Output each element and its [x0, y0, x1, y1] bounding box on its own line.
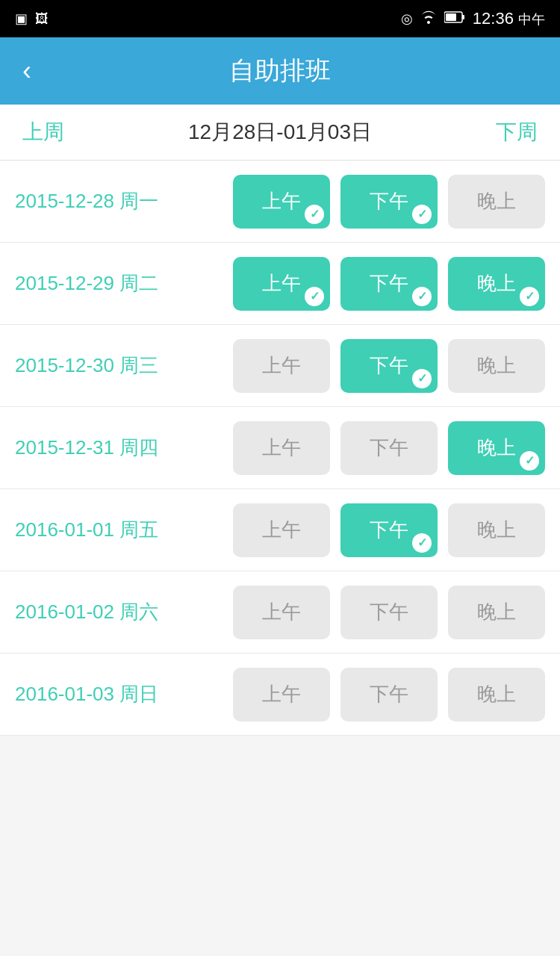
row-slots: 上午✓下午✓晚上✓ — [224, 257, 545, 311]
check-icon: ✓ — [520, 451, 539, 471]
slot-afternoon-button[interactable]: 下午✓ — [340, 503, 438, 557]
row-date-label: 2015-12-30 周三 — [15, 353, 224, 379]
wifi-icon — [420, 10, 437, 28]
slot-morning-button[interactable]: 上午 — [233, 339, 330, 393]
slot-afternoon-button[interactable]: 下午✓ — [340, 257, 438, 311]
row-date-label: 2015-12-29 周二 — [15, 270, 224, 297]
slot-afternoon-button[interactable]: 下午✓ — [340, 175, 438, 229]
app-header: ‹ 自助排班 — [0, 37, 560, 105]
slot-evening-button[interactable]: 晚上 — [448, 339, 545, 393]
slot-evening-button[interactable]: 晚上 — [448, 668, 545, 721]
check-icon: ✓ — [412, 205, 432, 224]
schedule-row: 2016-01-03 周日上午下午晚上 — [0, 654, 560, 736]
row-date-label: 2015-12-28 周一 — [15, 188, 224, 214]
slot-morning-button[interactable]: 上午 — [233, 421, 330, 475]
check-icon: ✓ — [305, 205, 324, 224]
check-icon: ✓ — [305, 287, 324, 306]
location-icon: ◎ — [401, 10, 413, 27]
status-left-icons: ▣ 🖼 — [15, 10, 49, 27]
slot-evening-button[interactable]: 晚上 — [448, 175, 545, 229]
row-slots: 上午下午✓晚上 — [224, 503, 545, 557]
schedule-row: 2015-12-30 周三上午下午✓晚上 — [0, 325, 560, 407]
slot-morning-button[interactable]: 上午 — [233, 503, 330, 557]
row-date-label: 2016-01-03 周日 — [15, 681, 224, 707]
row-date-label: 2015-12-31 周四 — [15, 435, 224, 461]
row-slots: 上午下午晚上 — [224, 668, 545, 721]
check-icon: ✓ — [520, 287, 539, 306]
check-icon: ✓ — [412, 287, 432, 306]
back-button[interactable]: ‹ — [15, 48, 39, 94]
check-icon: ✓ — [412, 533, 432, 553]
row-slots: 上午✓下午✓晚上 — [224, 175, 545, 229]
slot-evening-button[interactable]: 晚上 — [448, 503, 545, 557]
row-slots: 上午下午晚上 — [224, 586, 545, 639]
check-icon: ✓ — [412, 369, 432, 388]
battery-icon — [444, 11, 465, 27]
slot-morning-button[interactable]: 上午✓ — [233, 257, 330, 311]
schedule-row: 2016-01-01 周五上午下午✓晚上 — [0, 489, 560, 571]
slot-afternoon-button[interactable]: 下午 — [340, 668, 438, 721]
image-icon: 🖼 — [35, 11, 49, 27]
schedule-row: 2015-12-31 周四上午下午晚上✓ — [0, 407, 560, 489]
slot-evening-button[interactable]: 晚上✓ — [448, 421, 545, 475]
row-slots: 上午下午晚上✓ — [224, 421, 545, 475]
row-date-label: 2016-01-01 周五 — [15, 517, 224, 543]
slot-morning-button[interactable]: 上午 — [233, 586, 330, 639]
slot-morning-button[interactable]: 上午✓ — [233, 175, 330, 229]
week-date-range: 12月28日-01月03日 — [188, 118, 372, 146]
slot-afternoon-button[interactable]: 下午 — [340, 421, 438, 475]
time-display: 12:36 中午 — [473, 9, 545, 28]
svg-rect-1 — [462, 15, 464, 19]
status-bar: ▣ 🖼 ◎ 12:36 中午 — [0, 0, 560, 37]
sim-icon: ▣ — [15, 10, 28, 27]
next-week-button[interactable]: 下周 — [496, 118, 538, 146]
slot-evening-button[interactable]: 晚上 — [448, 586, 545, 639]
week-navigation: 上周 12月28日-01月03日 下周 — [0, 105, 560, 161]
svg-rect-2 — [446, 13, 456, 21]
row-date-label: 2016-01-02 周六 — [15, 599, 224, 625]
empty-area — [0, 736, 560, 945]
slot-evening-button[interactable]: 晚上✓ — [448, 257, 545, 311]
prev-week-button[interactable]: 上周 — [22, 118, 64, 146]
page-title: 自助排班 — [229, 54, 331, 88]
slot-morning-button[interactable]: 上午 — [233, 668, 330, 721]
schedule-row: 2015-12-28 周一上午✓下午✓晚上 — [0, 161, 560, 243]
row-slots: 上午下午✓晚上 — [224, 339, 545, 393]
schedule-list: 2015-12-28 周一上午✓下午✓晚上2015-12-29 周二上午✓下午✓… — [0, 161, 560, 736]
schedule-row: 2016-01-02 周六上午下午晚上 — [0, 571, 560, 654]
status-right-icons: ◎ 12:36 中午 — [401, 9, 545, 28]
slot-afternoon-button[interactable]: 下午✓ — [340, 339, 438, 393]
slot-afternoon-button[interactable]: 下午 — [340, 586, 438, 639]
schedule-row: 2015-12-29 周二上午✓下午✓晚上✓ — [0, 243, 560, 325]
